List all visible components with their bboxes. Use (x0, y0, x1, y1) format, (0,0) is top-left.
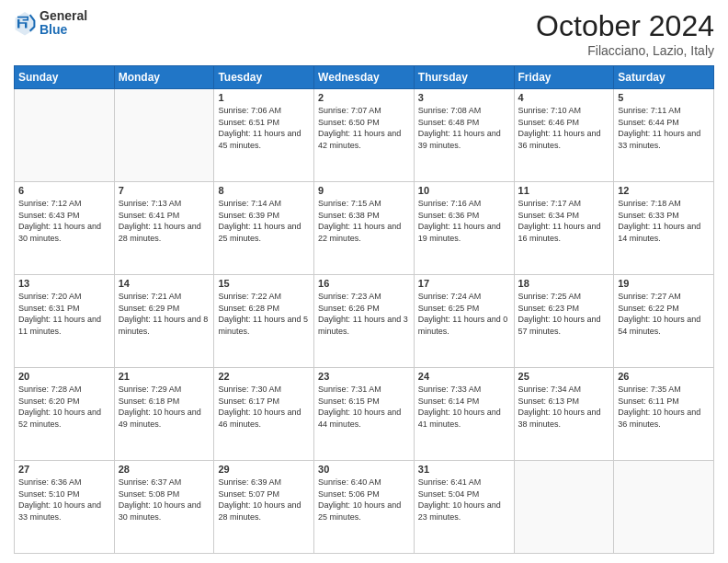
page: General Blue October 2024 Filacciano, La… (0, 0, 728, 563)
calendar-table: SundayMondayTuesdayWednesdayThursdayFrid… (14, 65, 714, 554)
weekday-header-thursday: Thursday (414, 66, 514, 89)
day-info: Sunrise: 7:35 AM Sunset: 6:11 PM Dayligh… (618, 384, 710, 430)
day-cell: 10Sunrise: 7:16 AM Sunset: 6:36 PM Dayli… (414, 182, 514, 275)
day-number: 15 (218, 278, 310, 289)
day-info: Sunrise: 7:25 AM Sunset: 6:23 PM Dayligh… (518, 291, 610, 337)
day-number: 13 (18, 278, 110, 289)
day-info: Sunrise: 7:14 AM Sunset: 6:39 PM Dayligh… (218, 198, 310, 244)
logo-blue: Blue (40, 23, 87, 37)
logo-text: General Blue (40, 9, 87, 38)
day-info: Sunrise: 6:40 AM Sunset: 5:06 PM Dayligh… (318, 477, 410, 523)
day-info: Sunrise: 7:28 AM Sunset: 6:20 PM Dayligh… (18, 384, 110, 430)
day-cell: 1Sunrise: 7:06 AM Sunset: 6:51 PM Daylig… (214, 89, 314, 182)
week-row-5: 27Sunrise: 6:36 AM Sunset: 5:10 PM Dayli… (15, 461, 714, 554)
day-cell: 23Sunrise: 7:31 AM Sunset: 6:15 PM Dayli… (314, 368, 415, 461)
day-info: Sunrise: 7:12 AM Sunset: 6:43 PM Dayligh… (18, 198, 110, 244)
day-info: Sunrise: 7:06 AM Sunset: 6:51 PM Dayligh… (218, 105, 310, 151)
day-cell: 27Sunrise: 6:36 AM Sunset: 5:10 PM Dayli… (15, 461, 115, 554)
day-cell: 21Sunrise: 7:29 AM Sunset: 6:18 PM Dayli… (114, 368, 214, 461)
month-title: October 2024 (536, 9, 714, 43)
day-info: Sunrise: 7:27 AM Sunset: 6:22 PM Dayligh… (618, 291, 710, 337)
day-cell: 22Sunrise: 7:30 AM Sunset: 6:17 PM Dayli… (214, 368, 314, 461)
day-number: 1 (218, 92, 310, 103)
day-cell: 31Sunrise: 6:41 AM Sunset: 5:04 PM Dayli… (414, 461, 514, 554)
day-info: Sunrise: 7:24 AM Sunset: 6:25 PM Dayligh… (418, 291, 510, 337)
day-number: 21 (119, 371, 210, 382)
day-number: 14 (119, 278, 210, 289)
day-cell: 15Sunrise: 7:22 AM Sunset: 6:28 PM Dayli… (214, 275, 314, 368)
day-cell: 17Sunrise: 7:24 AM Sunset: 6:25 PM Dayli… (414, 275, 514, 368)
day-info: Sunrise: 7:13 AM Sunset: 6:41 PM Dayligh… (119, 198, 210, 244)
day-info: Sunrise: 7:23 AM Sunset: 6:26 PM Dayligh… (318, 291, 410, 337)
logo-general: General (40, 9, 87, 23)
day-number: 10 (418, 185, 510, 196)
day-info: Sunrise: 7:07 AM Sunset: 6:50 PM Dayligh… (318, 105, 410, 151)
day-info: Sunrise: 7:33 AM Sunset: 6:14 PM Dayligh… (418, 384, 510, 430)
weekday-header-sunday: Sunday (15, 66, 115, 89)
day-number: 22 (218, 371, 310, 382)
day-number: 28 (119, 464, 210, 475)
day-info: Sunrise: 7:30 AM Sunset: 6:17 PM Dayligh… (218, 384, 310, 430)
day-info: Sunrise: 6:37 AM Sunset: 5:08 PM Dayligh… (119, 477, 210, 523)
day-cell: 3Sunrise: 7:08 AM Sunset: 6:48 PM Daylig… (414, 89, 514, 182)
day-number: 11 (518, 185, 610, 196)
week-row-1: 1Sunrise: 7:06 AM Sunset: 6:51 PM Daylig… (15, 89, 714, 182)
week-row-2: 6Sunrise: 7:12 AM Sunset: 6:43 PM Daylig… (15, 182, 714, 275)
day-info: Sunrise: 7:15 AM Sunset: 6:38 PM Dayligh… (318, 198, 410, 244)
day-number: 17 (418, 278, 510, 289)
day-cell: 19Sunrise: 7:27 AM Sunset: 6:22 PM Dayli… (614, 275, 714, 368)
weekday-header-tuesday: Tuesday (214, 66, 314, 89)
week-row-3: 13Sunrise: 7:20 AM Sunset: 6:31 PM Dayli… (15, 275, 714, 368)
day-cell: 9Sunrise: 7:15 AM Sunset: 6:38 PM Daylig… (314, 182, 415, 275)
day-cell: 12Sunrise: 7:18 AM Sunset: 6:33 PM Dayli… (614, 182, 714, 275)
weekday-header-wednesday: Wednesday (314, 66, 415, 89)
day-cell: 30Sunrise: 6:40 AM Sunset: 5:06 PM Dayli… (314, 461, 415, 554)
header: General Blue October 2024 Filacciano, La… (14, 9, 714, 58)
day-cell: 16Sunrise: 7:23 AM Sunset: 6:26 PM Dayli… (314, 275, 415, 368)
day-info: Sunrise: 6:39 AM Sunset: 5:07 PM Dayligh… (218, 477, 310, 523)
day-number: 12 (618, 185, 710, 196)
day-cell: 2Sunrise: 7:07 AM Sunset: 6:50 PM Daylig… (314, 89, 415, 182)
location: Filacciano, Lazio, Italy (536, 43, 714, 58)
day-info: Sunrise: 7:21 AM Sunset: 6:29 PM Dayligh… (119, 291, 210, 337)
day-number: 30 (318, 464, 410, 475)
week-row-4: 20Sunrise: 7:28 AM Sunset: 6:20 PM Dayli… (15, 368, 714, 461)
day-number: 25 (518, 371, 610, 382)
day-cell: 28Sunrise: 6:37 AM Sunset: 5:08 PM Dayli… (114, 461, 214, 554)
day-cell: 11Sunrise: 7:17 AM Sunset: 6:34 PM Dayli… (514, 182, 614, 275)
day-number: 26 (618, 371, 710, 382)
day-info: Sunrise: 7:08 AM Sunset: 6:48 PM Dayligh… (418, 105, 510, 151)
day-number: 6 (18, 185, 110, 196)
day-number: 29 (218, 464, 310, 475)
day-info: Sunrise: 7:17 AM Sunset: 6:34 PM Dayligh… (518, 198, 610, 244)
day-cell: 18Sunrise: 7:25 AM Sunset: 6:23 PM Dayli… (514, 275, 614, 368)
day-number: 9 (318, 185, 410, 196)
day-number: 7 (119, 185, 210, 196)
day-info: Sunrise: 7:18 AM Sunset: 6:33 PM Dayligh… (618, 198, 710, 244)
day-info: Sunrise: 7:34 AM Sunset: 6:13 PM Dayligh… (518, 384, 610, 430)
logo: General Blue (14, 9, 87, 38)
day-cell: 14Sunrise: 7:21 AM Sunset: 6:29 PM Dayli… (114, 275, 214, 368)
day-cell: 5Sunrise: 7:11 AM Sunset: 6:44 PM Daylig… (614, 89, 714, 182)
day-info: Sunrise: 6:36 AM Sunset: 5:10 PM Dayligh… (18, 477, 110, 523)
day-number: 8 (218, 185, 310, 196)
day-info: Sunrise: 7:10 AM Sunset: 6:46 PM Dayligh… (518, 105, 610, 151)
day-number: 24 (418, 371, 510, 382)
day-info: Sunrise: 7:20 AM Sunset: 6:31 PM Dayligh… (18, 291, 110, 337)
day-cell (15, 89, 115, 182)
day-cell (514, 461, 614, 554)
day-cell: 7Sunrise: 7:13 AM Sunset: 6:41 PM Daylig… (114, 182, 214, 275)
day-cell: 6Sunrise: 7:12 AM Sunset: 6:43 PM Daylig… (15, 182, 115, 275)
day-number: 20 (18, 371, 110, 382)
day-info: Sunrise: 7:16 AM Sunset: 6:36 PM Dayligh… (418, 198, 510, 244)
day-info: Sunrise: 7:11 AM Sunset: 6:44 PM Dayligh… (618, 105, 710, 151)
day-number: 16 (318, 278, 410, 289)
day-info: Sunrise: 6:41 AM Sunset: 5:04 PM Dayligh… (418, 477, 510, 523)
day-number: 23 (318, 371, 410, 382)
day-cell: 13Sunrise: 7:20 AM Sunset: 6:31 PM Dayli… (15, 275, 115, 368)
day-number: 19 (618, 278, 710, 289)
day-cell: 24Sunrise: 7:33 AM Sunset: 6:14 PM Dayli… (414, 368, 514, 461)
day-cell: 29Sunrise: 6:39 AM Sunset: 5:07 PM Dayli… (214, 461, 314, 554)
day-cell: 25Sunrise: 7:34 AM Sunset: 6:13 PM Dayli… (514, 368, 614, 461)
day-cell (114, 89, 214, 182)
